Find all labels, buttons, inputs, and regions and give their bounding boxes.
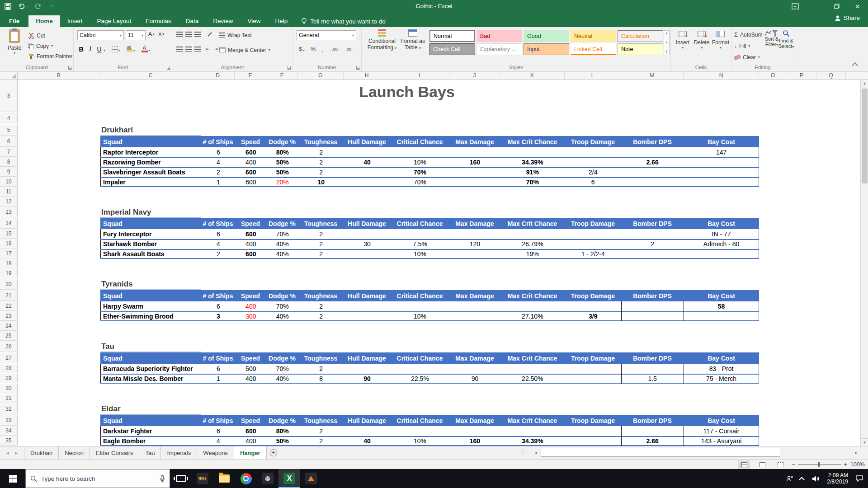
cell-style-check-cell[interactable]: Check Cell xyxy=(429,43,475,55)
select-all-corner[interactable] xyxy=(0,72,18,79)
font-color-icon[interactable]: A xyxy=(141,45,148,53)
sheet-nav-left-icon[interactable]: ◂ xyxy=(6,450,9,456)
collapse-ribbon-icon[interactable] xyxy=(852,62,858,69)
column-header-D[interactable]: D xyxy=(201,72,235,79)
row-header-30[interactable]: 30 xyxy=(0,384,18,393)
cell[interactable] xyxy=(565,229,621,239)
table-header-cell[interactable]: Bay Cost xyxy=(684,290,759,301)
cell[interactable]: 2.66 xyxy=(621,436,684,446)
cell[interactable]: 10% xyxy=(391,249,450,259)
cell[interactable]: 400 xyxy=(235,436,267,446)
fill-button[interactable]: ↓ Fill▾ xyxy=(734,41,750,51)
taskbar-app-media-player[interactable] xyxy=(300,469,322,488)
cell[interactable] xyxy=(344,249,391,259)
cell-style-good[interactable]: Good xyxy=(524,30,569,42)
table-header-cell[interactable]: Squad xyxy=(100,290,201,301)
cell[interactable]: 2/4 xyxy=(565,167,621,177)
row-header-15[interactable]: 15 xyxy=(0,229,18,239)
row-header-28[interactable]: 28 xyxy=(0,364,18,373)
comma-style-icon[interactable]: , xyxy=(318,45,326,53)
scroll-down-icon[interactable]: ▼ xyxy=(861,438,868,446)
table-header-cell[interactable]: # of Ships xyxy=(201,352,235,364)
increase-font-icon[interactable]: A▲ xyxy=(148,30,156,38)
decrease-decimal-icon[interactable]: .00→ xyxy=(344,45,356,53)
font-dialog-launcher[interactable] xyxy=(167,66,170,70)
cell[interactable]: 400 xyxy=(235,374,267,384)
cell[interactable]: 40% xyxy=(267,239,298,249)
table-header-cell[interactable]: Troop Damage xyxy=(565,290,621,301)
row-header-21[interactable]: 21 xyxy=(0,290,18,301)
hscroll-left-icon[interactable]: ◂ xyxy=(532,446,540,459)
insert-cells-button[interactable]: + Insert ▾ xyxy=(674,31,692,50)
cell[interactable]: 58 xyxy=(684,301,759,311)
cell-style-bad[interactable]: Bad xyxy=(476,30,522,42)
table-header-cell[interactable]: Hull Damage xyxy=(344,136,390,147)
table-header-cell[interactable]: Max Crit Chance xyxy=(500,290,565,301)
minimize-button[interactable]: — xyxy=(806,0,826,13)
cell[interactable]: IN - 77 xyxy=(684,229,759,239)
table-header-cell[interactable]: Bay Cost xyxy=(684,415,759,426)
cell[interactable]: 40% xyxy=(267,311,298,321)
cell[interactable] xyxy=(565,426,621,436)
cell[interactable]: 91% xyxy=(500,167,565,177)
zoom-slider-thumb[interactable] xyxy=(818,462,820,467)
row-header-3[interactable]: 3 xyxy=(0,80,18,112)
table-header-cell[interactable]: Dodge % xyxy=(266,352,298,364)
cell[interactable]: 8 xyxy=(298,374,344,384)
number-dialog-launcher[interactable] xyxy=(356,66,360,70)
taskbar-app-game[interactable] xyxy=(257,469,278,488)
cell-style-explanatory-[interactable]: Explanatory ... xyxy=(476,43,522,55)
row-header-4[interactable]: 4 xyxy=(0,113,18,124)
percent-style-icon[interactable]: % xyxy=(309,45,317,53)
tab-formulas[interactable]: Formulas xyxy=(138,15,178,27)
table-header-cell[interactable]: Hull Damage xyxy=(344,290,390,301)
cell[interactable] xyxy=(500,147,565,157)
taskbar-search-input[interactable]: Type here to search xyxy=(25,469,170,488)
cell[interactable]: 83 - Prot xyxy=(684,364,759,374)
table-header-cell[interactable]: Bomber DPS xyxy=(621,136,684,147)
tab-file[interactable]: File xyxy=(0,15,28,27)
cell[interactable] xyxy=(344,426,391,436)
decrease-font-icon[interactable]: A▼ xyxy=(158,30,165,38)
cell[interactable]: 2 xyxy=(202,249,235,259)
cell[interactable] xyxy=(621,167,684,177)
taskbar-app-badged-app[interactable]: 99+ xyxy=(192,469,213,488)
cell[interactable] xyxy=(449,301,500,311)
cell[interactable]: 6 xyxy=(202,364,235,374)
cell[interactable]: 4 xyxy=(202,436,235,446)
page-layout-view-button[interactable] xyxy=(756,460,768,469)
cell[interactable]: 6 xyxy=(202,147,235,157)
table-header-cell[interactable]: Max Damage xyxy=(449,218,500,229)
taskbar-app-chrome[interactable] xyxy=(235,469,257,488)
cell[interactable]: 600 xyxy=(235,426,267,436)
column-header-E[interactable]: E xyxy=(235,72,266,79)
cell[interactable]: 120 xyxy=(449,239,500,249)
alignment-dialog-launcher[interactable] xyxy=(288,66,291,70)
table-header-cell[interactable]: Bomber DPS xyxy=(621,352,684,364)
taskbar-clock[interactable]: 2:09 AM 2/8/2019 xyxy=(827,472,848,485)
format-cells-button[interactable]: Format ▾ xyxy=(712,31,730,50)
row-header-13[interactable]: 13 xyxy=(0,207,18,217)
decrease-indent-icon[interactable]: ⇤ xyxy=(204,45,212,53)
underline-button[interactable]: U xyxy=(95,45,103,53)
column-header-I[interactable]: I xyxy=(390,72,449,79)
tab-help[interactable]: Help xyxy=(268,15,295,27)
table-header-cell[interactable]: Speed xyxy=(235,136,266,147)
table-header-cell[interactable]: Toughness xyxy=(298,290,344,301)
row-header-6[interactable]: 6 xyxy=(0,136,18,147)
table-header-cell[interactable]: Bay Cost xyxy=(684,352,759,364)
column-header-N[interactable]: N xyxy=(684,72,759,79)
cell[interactable] xyxy=(344,167,391,177)
row-header-35[interactable]: 35 xyxy=(0,436,18,446)
cell[interactable]: 600 xyxy=(235,229,267,239)
table-header-cell[interactable]: Dodge % xyxy=(266,415,298,426)
cell[interactable]: 160 xyxy=(449,157,500,167)
cell[interactable] xyxy=(621,229,684,239)
action-center-icon[interactable] xyxy=(855,475,863,482)
cell[interactable]: 27.10% xyxy=(500,311,565,321)
cell[interactable]: 400 xyxy=(235,301,267,311)
number-format-select[interactable]: General▾ xyxy=(297,30,356,40)
cell-squad[interactable]: Fury Interceptor xyxy=(101,229,202,239)
zoom-level-label[interactable]: 100% xyxy=(850,460,865,469)
faction-label-imperial-navy[interactable]: Imperial Navy xyxy=(100,208,151,217)
